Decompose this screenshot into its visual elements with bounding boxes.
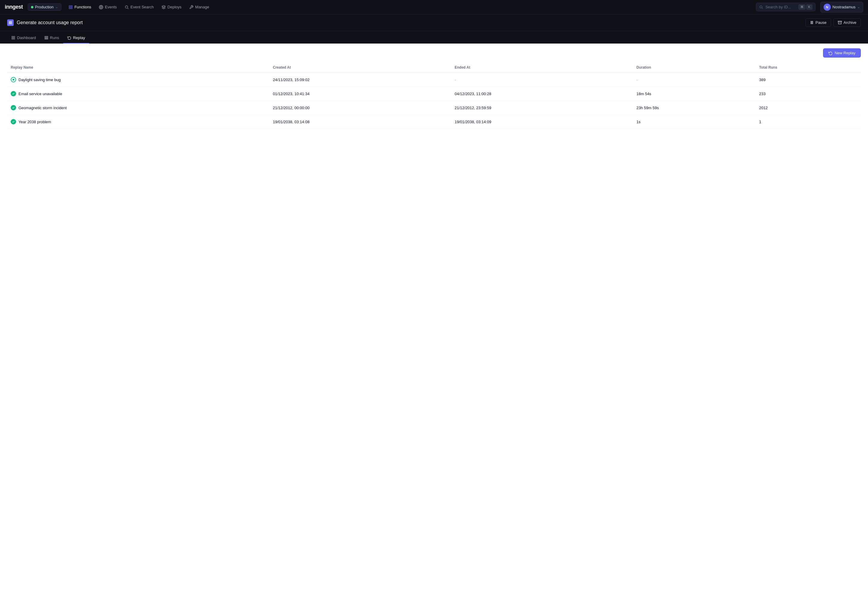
- cell-ended-at: 19/01/2038, 03:14:09: [451, 115, 633, 129]
- search-placeholder: Search by ID...: [766, 5, 791, 9]
- new-replay-button[interactable]: New Replay: [823, 48, 861, 58]
- duration-value: 1s: [636, 120, 640, 124]
- replay-name-cell: Email service unavailable: [11, 91, 266, 96]
- cell-total-runs: 389: [756, 73, 861, 87]
- replay-icon: [67, 36, 71, 40]
- col-header-created-at: Created At: [269, 62, 451, 73]
- replay-name-cell: Geomagnetic storm incident: [11, 105, 266, 110]
- function-icon: [7, 19, 14, 26]
- svg-rect-14: [11, 23, 12, 24]
- replay-name-text: Year 2038 problem: [19, 120, 51, 124]
- cell-created-at: 21/12/2012, 00:00:00: [269, 101, 451, 115]
- cell-name: Email service unavailable: [7, 87, 269, 101]
- svg-rect-15: [811, 21, 811, 24]
- function-title-group: Generate account usage report: [7, 19, 82, 26]
- col-header-name: Replay Name: [7, 62, 269, 73]
- svg-point-4: [101, 6, 102, 8]
- table-row[interactable]: Year 2038 problem 19/01/2038, 03:14:08 1…: [7, 115, 861, 129]
- cell-total-runs: 2012: [756, 101, 861, 115]
- col-header-ended-at: Ended At: [451, 62, 633, 73]
- search-keyboard-shortcut: ⌘ K: [798, 5, 812, 9]
- svg-rect-23: [45, 36, 48, 37]
- cell-name: Daylight saving time bug: [7, 73, 269, 87]
- tab-replay[interactable]: Replay: [63, 33, 89, 44]
- cell-duration: -: [633, 73, 756, 87]
- svg-line-10: [762, 8, 763, 9]
- table-row[interactable]: Daylight saving time bug 24/11/2023, 15:…: [7, 73, 861, 87]
- functions-icon: [68, 5, 73, 9]
- nav-link-event-search[interactable]: Event Search: [121, 3, 157, 11]
- replay-table-container: Replay Name Created At Ended At Duration…: [0, 62, 868, 129]
- nav-link-deploys[interactable]: Deploys: [158, 3, 185, 11]
- cell-created-at: 19/01/2038, 03:14:08: [269, 115, 451, 129]
- svg-point-5: [100, 6, 102, 8]
- svg-rect-12: [11, 21, 12, 22]
- runs-icon: [44, 36, 48, 40]
- page-title: Generate account usage report: [17, 20, 82, 25]
- cell-total-runs: 233: [756, 87, 861, 101]
- svg-rect-17: [838, 21, 842, 22]
- env-status-dot: [31, 6, 33, 8]
- environment-selector[interactable]: Production ⌄: [28, 3, 61, 11]
- subheader: Generate account usage report Pause Arch…: [0, 14, 868, 31]
- col-header-total-runs: Total Runs: [756, 62, 861, 73]
- svg-rect-25: [45, 39, 48, 39]
- svg-rect-24: [45, 37, 48, 38]
- archive-button[interactable]: Archive: [834, 18, 861, 27]
- replay-name-text: Daylight saving time bug: [19, 78, 61, 82]
- chevron-down-icon: ⌄: [56, 5, 58, 9]
- pause-button[interactable]: Pause: [805, 18, 831, 27]
- avatar: N: [824, 3, 831, 11]
- ended-at-value: 21/12/2012, 23:59:59: [454, 106, 491, 110]
- replay-name-cell: Daylight saving time bug: [11, 77, 266, 82]
- new-replay-icon: [828, 51, 832, 55]
- manage-icon: [189, 5, 194, 9]
- status-running-icon: [11, 77, 16, 82]
- user-menu[interactable]: N Nostradamus ⌄: [820, 2, 863, 12]
- cell-created-at: 01/12/2023, 10:41:34: [269, 87, 451, 101]
- status-complete-icon: [11, 91, 16, 96]
- header-actions: Pause Archive: [805, 18, 861, 27]
- duration-value: 18m 54s: [636, 92, 651, 96]
- duration-value: -: [636, 78, 638, 82]
- replay-name-text: Geomagnetic storm incident: [19, 106, 67, 110]
- svg-rect-3: [71, 8, 72, 9]
- ended-at-value: -: [454, 78, 456, 82]
- cell-ended-at: 21/12/2012, 23:59:59: [451, 101, 633, 115]
- cell-duration: 23h 59m 59s: [633, 101, 756, 115]
- content-toolbar: New Replay: [0, 44, 868, 62]
- svg-rect-22: [14, 38, 15, 39]
- status-complete-icon: [11, 105, 16, 110]
- nav-link-functions[interactable]: Functions: [65, 3, 95, 11]
- search-bar-icon: [759, 5, 763, 9]
- search-icon: [125, 5, 129, 9]
- tab-dashboard[interactable]: Dashboard: [7, 33, 40, 44]
- deploys-icon: [161, 5, 166, 9]
- svg-rect-19: [12, 36, 13, 37]
- table-row[interactable]: Geomagnetic storm incident 21/12/2012, 0…: [7, 101, 861, 115]
- events-icon: [99, 5, 103, 9]
- svg-point-7: [125, 6, 127, 8]
- k-key: K: [806, 5, 812, 9]
- svg-rect-20: [14, 36, 15, 37]
- nav-link-events[interactable]: Events: [95, 3, 121, 11]
- user-chevron-icon: ⌄: [857, 5, 860, 9]
- content-area: New Replay Replay Name Created At Ended …: [0, 44, 868, 608]
- cell-ended-at: -: [451, 73, 633, 87]
- svg-rect-13: [9, 23, 11, 24]
- cell-ended-at: 04/12/2023, 11:00:28: [451, 87, 633, 101]
- cell-total-runs: 1: [756, 115, 861, 129]
- svg-line-8: [127, 8, 128, 9]
- svg-rect-21: [12, 38, 13, 39]
- svg-rect-1: [71, 5, 72, 6]
- svg-rect-16: [812, 21, 812, 24]
- status-complete-icon: [11, 119, 16, 124]
- search-bar[interactable]: Search by ID... ⌘ K: [756, 3, 815, 11]
- table-row[interactable]: Email service unavailable 01/12/2023, 10…: [7, 87, 861, 101]
- pause-icon: [810, 20, 814, 25]
- tab-runs[interactable]: Runs: [40, 33, 63, 44]
- table-header-row: Replay Name Created At Ended At Duration…: [7, 62, 861, 73]
- nav-link-manage[interactable]: Manage: [186, 3, 213, 11]
- col-header-duration: Duration: [633, 62, 756, 73]
- ended-at-value: 04/12/2023, 11:00:28: [454, 92, 491, 96]
